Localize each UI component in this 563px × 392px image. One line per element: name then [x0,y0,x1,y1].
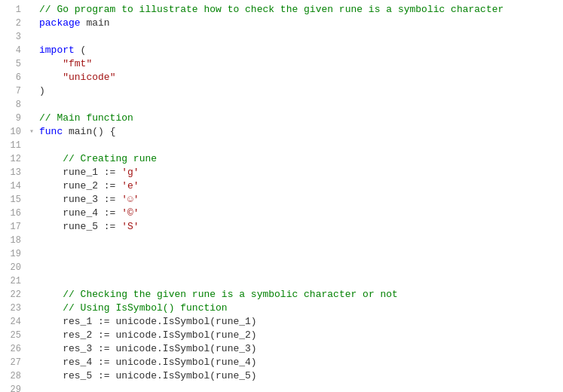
code-content: "unicode" [36,71,115,84]
code-line: 14 rune_2 := 'e' [0,179,563,193]
code-token: rune_5 := [39,221,121,232]
code-token [39,302,63,314]
fold-gutter[interactable]: ▾ [27,125,36,139]
line-number: 1 [0,3,27,17]
code-token: ) [39,85,45,96]
line-number: 8 [0,98,27,112]
code-editor: 1// Go program to illustrate how to chec… [0,0,563,392]
line-number: 6 [0,71,27,84]
code-content: rune_2 := 'e' [36,179,139,193]
code-token: func [39,126,63,137]
code-token [39,289,63,300]
code-token: main [81,17,110,29]
code-content: res_1 := unicode.IsSymbol(rune_1) [36,315,257,329]
code-token: // Main function [39,112,133,124]
code-token: "unicode" [63,72,115,83]
line-number: 29 [0,383,27,392]
code-line: 3 [0,30,563,44]
code-content: // Creating rune [36,152,157,166]
code-token: main() { [63,126,115,137]
code-line: 19 [0,247,563,261]
code-token: rune_1 := [39,167,121,178]
code-token: res_5 := unicode.IsSymbol(rune_5) [39,370,257,381]
code-content: // Main function [36,112,133,125]
line-number: 18 [0,234,27,247]
line-number: 22 [0,288,27,302]
line-number: 7 [0,84,27,98]
code-token: // Creating rune [63,153,157,164]
line-number: 15 [0,193,27,207]
code-line: 15 rune_3 := '☺' [0,193,563,207]
code-content: "fmt" [36,57,92,71]
line-number: 24 [0,315,27,329]
code-token: res_4 := unicode.IsSymbol(rune_4) [39,357,257,368]
code-line: 25 res_2 := unicode.IsSymbol(rune_2) [0,329,563,342]
line-number: 5 [0,57,27,71]
code-token: package [39,17,81,29]
code-line: 24 res_1 := unicode.IsSymbol(rune_1) [0,315,563,329]
code-content: res_4 := unicode.IsSymbol(rune_4) [36,356,257,369]
line-number: 21 [0,274,27,288]
code-token: rune_2 := [39,180,121,191]
code-line: 22 // Checking the given rune is a symbo… [0,288,563,302]
code-token: // Using IsSymbol() function [63,302,227,314]
line-number: 20 [0,261,27,274]
code-content: import ( [36,44,86,57]
code-line: 9// Main function [0,112,563,125]
code-content: // Go program to illustrate how to check… [36,3,503,17]
code-line: 29 [0,383,563,392]
line-number: 19 [0,247,27,261]
code-content: res_3 := unicode.IsSymbol(rune_3) [36,342,257,356]
line-number: 4 [0,44,27,57]
code-token [39,72,63,83]
code-token [39,153,63,164]
code-content: // Checking the given rune is a symbolic… [36,288,398,302]
line-number: 27 [0,356,27,369]
code-content: rune_4 := '©' [36,207,139,220]
code-line: 2package main [0,17,563,30]
code-line: 4import ( [0,44,563,57]
code-line: 6 "unicode" [0,71,563,84]
code-line: 7) [0,84,563,98]
code-token: // Go program to illustrate how to check… [39,4,503,15]
code-token: '©' [121,207,139,219]
code-line: 27 res_4 := unicode.IsSymbol(rune_4) [0,356,563,369]
code-token: // Checking the given rune is a symbolic… [63,289,398,300]
code-line: 23 // Using IsSymbol() function [0,302,563,315]
code-token: res_1 := unicode.IsSymbol(rune_1) [39,316,257,327]
line-number: 25 [0,329,27,342]
code-content: package main [36,17,110,30]
code-content: rune_5 := 'S' [36,220,139,234]
code-line: 28 res_5 := unicode.IsSymbol(rune_5) [0,369,563,383]
code-line: 21 [0,274,563,288]
code-content: res_5 := unicode.IsSymbol(rune_5) [36,369,257,383]
code-token: 'S' [121,221,139,232]
code-line: 16 rune_4 := '©' [0,207,563,220]
line-number: 2 [0,17,27,30]
code-token: 'g' [121,167,139,178]
code-line: 17 rune_5 := 'S' [0,220,563,234]
code-content: rune_3 := '☺' [36,193,139,207]
code-token: '☺' [121,194,139,205]
code-token: rune_3 := [39,194,121,205]
line-number: 9 [0,112,27,125]
code-token: 'e' [121,180,139,191]
code-line: 18 [0,234,563,247]
code-token: import [39,44,75,56]
code-token: res_2 := unicode.IsSymbol(rune_2) [39,329,257,341]
code-line: 13 rune_1 := 'g' [0,166,563,179]
code-token: res_3 := unicode.IsSymbol(rune_3) [39,343,257,354]
code-line: 1// Go program to illustrate how to chec… [0,3,563,17]
code-content: // Using IsSymbol() function [36,302,228,315]
line-number: 16 [0,207,27,220]
code-token: ( [75,44,87,56]
line-number: 28 [0,369,27,383]
line-number: 13 [0,166,27,179]
code-line: 11 [0,139,563,152]
line-number: 11 [0,139,27,152]
code-content: res_2 := unicode.IsSymbol(rune_2) [36,329,257,342]
line-number: 3 [0,30,27,44]
code-content: func main() { [36,125,115,139]
line-number: 26 [0,342,27,356]
code-token: rune_4 := [39,207,121,219]
